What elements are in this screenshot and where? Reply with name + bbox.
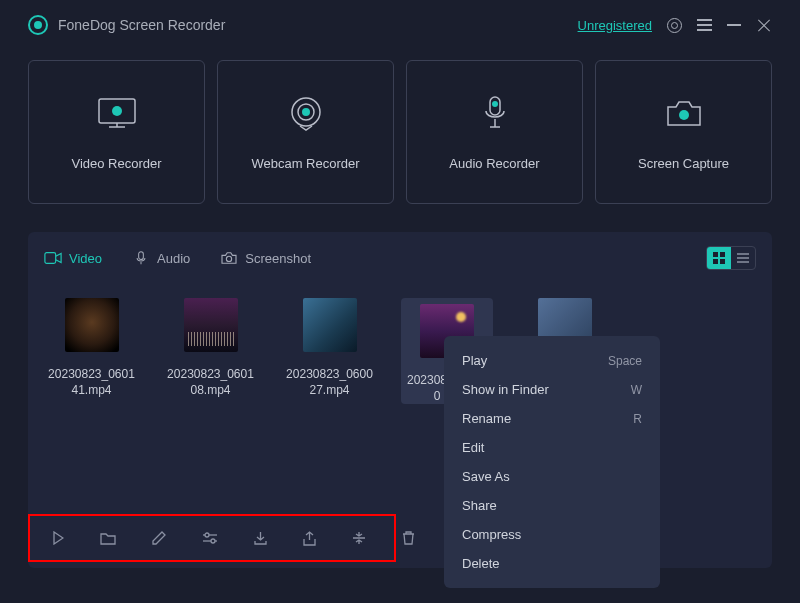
svg-point-6 (302, 108, 310, 116)
tab-label: Audio (157, 251, 190, 266)
svg-point-26 (211, 539, 215, 543)
settings-icon[interactable] (666, 17, 682, 33)
cm-rename[interactable]: RenameR (444, 404, 660, 433)
cm-play[interactable]: PlaySpace (444, 346, 660, 375)
svg-point-3 (112, 106, 122, 116)
action-toolbar (28, 514, 396, 562)
svg-rect-18 (713, 259, 718, 264)
tab-audio[interactable]: Audio (132, 251, 190, 266)
card-label: Video Recorder (71, 156, 161, 171)
cm-delete[interactable]: Delete (444, 549, 660, 578)
filename: 20230823_060108.mp4 (163, 366, 258, 398)
svg-rect-16 (713, 252, 718, 257)
svg-point-24 (205, 533, 209, 537)
camera-icon (664, 94, 704, 134)
audio-recorder-card[interactable]: Audio Recorder (406, 60, 583, 204)
menu-icon[interactable] (696, 17, 712, 33)
monitor-icon (97, 94, 137, 134)
svg-point-10 (492, 101, 498, 107)
svg-point-11 (679, 110, 689, 120)
media-item[interactable]: 20230823_060141.mp4 (44, 298, 139, 398)
mode-cards: Video Recorder Webcam Recorder (0, 44, 800, 212)
cm-compress[interactable]: Compress (444, 520, 660, 549)
close-icon[interactable] (756, 17, 772, 33)
media-tabs: Video Audio Screenshot (44, 246, 756, 270)
webcam-icon (288, 94, 324, 134)
unregistered-link[interactable]: Unregistered (578, 18, 652, 33)
app-title: FoneDog Screen Recorder (58, 17, 225, 33)
edit-button[interactable] (152, 531, 166, 545)
save-button[interactable] (254, 531, 267, 545)
context-menu: PlaySpace Show in FinderW RenameR Edit S… (444, 336, 660, 588)
settings-button[interactable] (202, 532, 218, 544)
tab-screenshot[interactable]: Screenshot (220, 251, 311, 266)
compress-button[interactable] (352, 531, 366, 545)
minimize-icon[interactable] (726, 17, 742, 33)
svg-rect-13 (139, 252, 144, 260)
video-recorder-card[interactable]: Video Recorder (28, 60, 205, 204)
share-button[interactable] (303, 531, 316, 546)
screen-capture-card[interactable]: Screen Capture (595, 60, 772, 204)
folder-button[interactable] (100, 532, 116, 545)
app-window: FoneDog Screen Recorder Unregistered Vid… (0, 0, 800, 603)
cm-edit[interactable]: Edit (444, 433, 660, 462)
cm-share[interactable]: Share (444, 491, 660, 520)
thumbnail (65, 298, 119, 352)
play-button[interactable] (52, 531, 64, 545)
svg-rect-19 (720, 259, 725, 264)
card-label: Audio Recorder (449, 156, 539, 171)
card-label: Screen Capture (638, 156, 729, 171)
thumbnail (303, 298, 357, 352)
microphone-icon (483, 94, 507, 134)
filename: 20230823_060027.mp4 (282, 366, 377, 398)
cm-save-as[interactable]: Save As (444, 462, 660, 491)
view-toggle (706, 246, 756, 270)
card-label: Webcam Recorder (251, 156, 359, 171)
thumbnail (184, 298, 238, 352)
tab-label: Video (69, 251, 102, 266)
recordings-panel: Video Audio Screenshot 2 (28, 232, 772, 568)
media-item[interactable]: 20230823_060108.mp4 (163, 298, 258, 398)
webcam-recorder-card[interactable]: Webcam Recorder (217, 60, 394, 204)
app-logo-icon (28, 15, 48, 35)
svg-rect-17 (720, 252, 725, 257)
grid-view-button[interactable] (707, 247, 731, 269)
media-item[interactable]: 20230823_060027.mp4 (282, 298, 377, 398)
delete-button[interactable] (402, 531, 415, 545)
list-view-button[interactable] (731, 247, 755, 269)
svg-point-15 (227, 256, 232, 261)
filename: 20230823_060141.mp4 (44, 366, 139, 398)
titlebar: FoneDog Screen Recorder Unregistered (0, 0, 800, 44)
tab-label: Screenshot (245, 251, 311, 266)
svg-rect-12 (45, 253, 56, 264)
tab-video[interactable]: Video (44, 251, 102, 266)
cm-show-in-finder[interactable]: Show in FinderW (444, 375, 660, 404)
